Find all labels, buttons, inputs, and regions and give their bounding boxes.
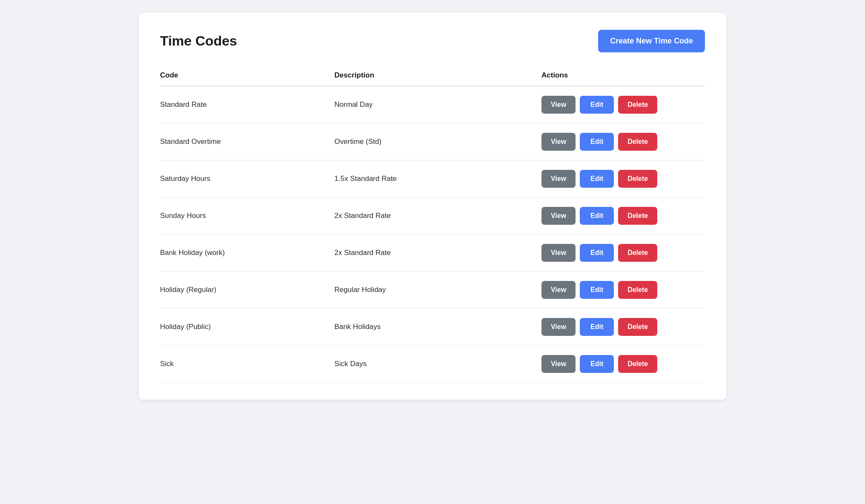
create-new-time-code-button[interactable]: Create New Time Code <box>598 30 705 52</box>
cell-description: Overtime (Std) <box>335 123 541 160</box>
actions-group: ViewEditDelete <box>541 318 698 336</box>
main-card: Time Codes Create New Time Code Code Des… <box>139 13 726 400</box>
view-button[interactable]: View <box>541 96 576 114</box>
view-button[interactable]: View <box>541 355 576 373</box>
view-button[interactable]: View <box>541 318 576 336</box>
actions-group: ViewEditDelete <box>541 244 698 262</box>
edit-button[interactable]: Edit <box>580 96 614 114</box>
edit-button[interactable]: Edit <box>580 244 614 262</box>
cell-code: Standard Rate <box>160 86 335 123</box>
table-row: Holiday (Public)Bank HolidaysViewEditDel… <box>160 309 705 346</box>
edit-button[interactable]: Edit <box>580 318 614 336</box>
cell-code: Sick <box>160 346 335 383</box>
column-header-description: Description <box>335 65 541 86</box>
delete-button[interactable]: Delete <box>618 244 657 262</box>
table-row: Holiday (Regular)Regular HolidayViewEdit… <box>160 272 705 309</box>
edit-button[interactable]: Edit <box>580 355 614 373</box>
table-row: SickSick DaysViewEditDelete <box>160 346 705 383</box>
delete-button[interactable]: Delete <box>618 318 657 336</box>
table-row: Saturday Hours1.5x Standard RateViewEdit… <box>160 160 705 198</box>
view-button[interactable]: View <box>541 207 576 225</box>
cell-code: Bank Holiday (work) <box>160 235 335 272</box>
cell-actions: ViewEditDelete <box>541 86 705 123</box>
cell-actions: ViewEditDelete <box>541 123 705 160</box>
delete-button[interactable]: Delete <box>618 170 657 188</box>
table-row: Bank Holiday (work)2x Standard RateViewE… <box>160 235 705 272</box>
cell-code: Saturday Hours <box>160 160 335 198</box>
cell-actions: ViewEditDelete <box>541 235 705 272</box>
actions-group: ViewEditDelete <box>541 96 698 114</box>
view-button[interactable]: View <box>541 281 576 299</box>
actions-group: ViewEditDelete <box>541 281 698 299</box>
page-title: Time Codes <box>160 33 237 49</box>
actions-group: ViewEditDelete <box>541 133 698 151</box>
delete-button[interactable]: Delete <box>618 207 657 225</box>
table-row: Standard OvertimeOvertime (Std)ViewEditD… <box>160 123 705 160</box>
table-header-row: Code Description Actions <box>160 65 705 86</box>
delete-button[interactable]: Delete <box>618 96 657 114</box>
edit-button[interactable]: Edit <box>580 170 614 188</box>
delete-button[interactable]: Delete <box>618 355 657 373</box>
cell-description: 1.5x Standard Rate <box>335 160 541 198</box>
card-header: Time Codes Create New Time Code <box>160 30 705 52</box>
cell-actions: ViewEditDelete <box>541 309 705 346</box>
cell-description: Normal Day <box>335 86 541 123</box>
cell-actions: ViewEditDelete <box>541 160 705 198</box>
cell-actions: ViewEditDelete <box>541 346 705 383</box>
actions-group: ViewEditDelete <box>541 170 698 188</box>
delete-button[interactable]: Delete <box>618 133 657 151</box>
column-header-actions: Actions <box>541 65 705 86</box>
column-header-code: Code <box>160 65 335 86</box>
view-button[interactable]: View <box>541 133 576 151</box>
edit-button[interactable]: Edit <box>580 133 614 151</box>
view-button[interactable]: View <box>541 170 576 188</box>
cell-description: Sick Days <box>335 346 541 383</box>
time-codes-table: Code Description Actions Standard RateNo… <box>160 65 705 383</box>
view-button[interactable]: View <box>541 244 576 262</box>
cell-description: 2x Standard Rate <box>335 198 541 235</box>
cell-actions: ViewEditDelete <box>541 272 705 309</box>
cell-code: Sunday Hours <box>160 198 335 235</box>
actions-group: ViewEditDelete <box>541 207 698 225</box>
delete-button[interactable]: Delete <box>618 281 657 299</box>
cell-description: Bank Holidays <box>335 309 541 346</box>
table-row: Standard RateNormal DayViewEditDelete <box>160 86 705 123</box>
cell-code: Holiday (Public) <box>160 309 335 346</box>
actions-group: ViewEditDelete <box>541 355 698 373</box>
cell-actions: ViewEditDelete <box>541 198 705 235</box>
cell-code: Standard Overtime <box>160 123 335 160</box>
cell-description: 2x Standard Rate <box>335 235 541 272</box>
cell-description: Regular Holiday <box>335 272 541 309</box>
edit-button[interactable]: Edit <box>580 281 614 299</box>
edit-button[interactable]: Edit <box>580 207 614 225</box>
table-row: Sunday Hours2x Standard RateViewEditDele… <box>160 198 705 235</box>
cell-code: Holiday (Regular) <box>160 272 335 309</box>
